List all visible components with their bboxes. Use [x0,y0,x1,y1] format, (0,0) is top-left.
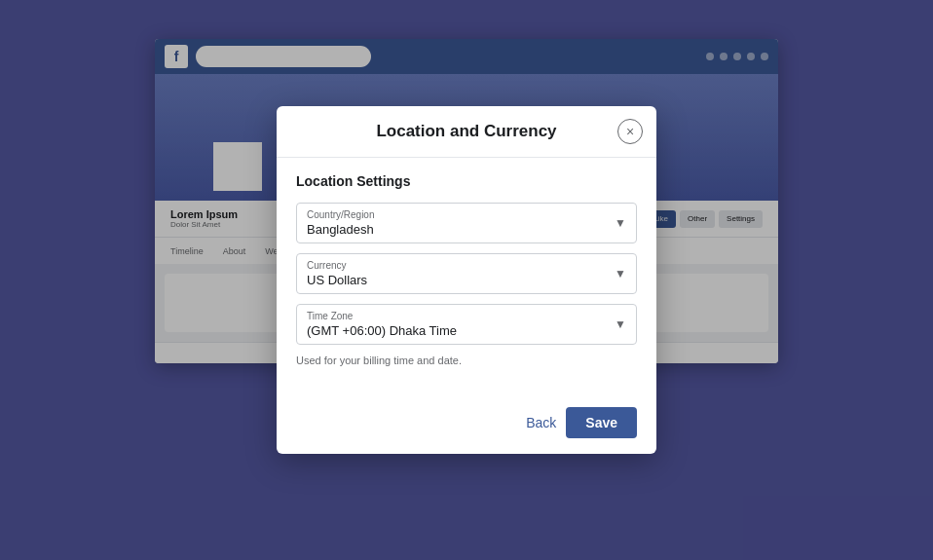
currency-label: Currency [307,260,626,271]
currency-dropdown[interactable]: Currency US Dollars ▼ [296,253,637,294]
timezone-label: Time Zone [307,311,626,321]
currency-chevron-icon: ▼ [615,267,626,280]
save-button[interactable]: Save [566,407,637,438]
back-button[interactable]: Back [526,415,556,430]
location-currency-modal: Location and Currency × Location Setting… [277,106,656,454]
modal-title: Location and Currency [376,122,556,141]
modal-footer: Back Save [277,397,656,454]
billing-note: Used for your billing time and date. [296,355,637,366]
country-region-dropdown[interactable]: Country/Region Bangladesh ▼ [296,203,637,243]
timezone-dropdown[interactable]: Time Zone (GMT +06:00) Dhaka Time ▼ [296,304,637,345]
modal-overlay: Location and Currency × Location Setting… [0,0,933,560]
modal-body: Location Settings Country/Region Banglad… [277,158,656,397]
modal-close-button[interactable]: × [617,119,643,144]
country-region-chevron-icon: ▼ [615,216,626,230]
country-region-label: Country/Region [307,209,626,220]
timezone-chevron-icon: ▼ [615,317,626,331]
section-title: Location Settings [296,173,637,189]
country-region-value: Bangladesh [307,222,626,237]
timezone-value: (GMT +06:00) Dhaka Time [307,323,626,338]
currency-value: US Dollars [307,273,626,287]
modal-header: Location and Currency × [277,106,656,158]
